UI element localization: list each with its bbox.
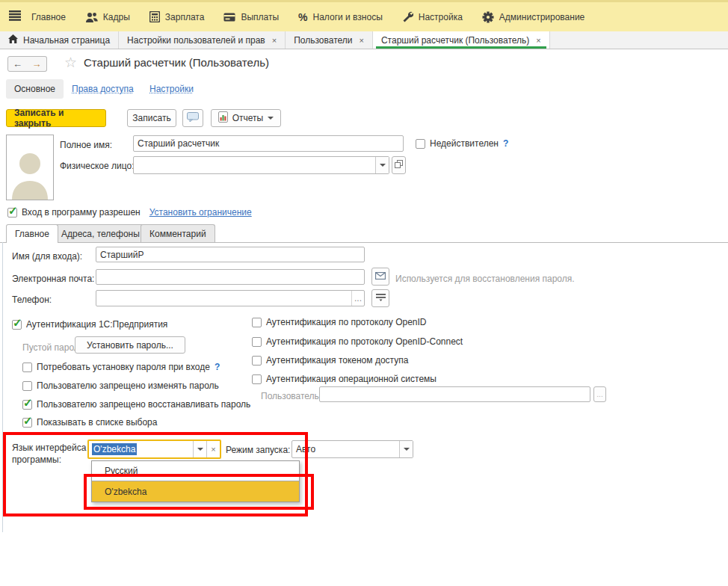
close-icon[interactable]: × <box>360 36 364 45</box>
tab-label: Начальная страница <box>23 35 110 46</box>
login-allowed-checkbox[interactable] <box>7 208 17 218</box>
email-input[interactable] <box>96 269 365 285</box>
language-dropdown-list: Русский O'zbekcha <box>91 460 300 502</box>
home-icon <box>8 34 18 46</box>
chevron-down-icon <box>380 164 386 170</box>
discussion-button[interactable] <box>182 109 203 127</box>
chevron-down-icon <box>197 448 203 454</box>
inner-tab-label: Комментарий <box>149 229 206 239</box>
language-label-line2: программы: <box>12 454 61 465</box>
open-person-button[interactable] <box>392 156 406 174</box>
full-name-input[interactable] <box>133 135 404 152</box>
option-uzbek[interactable]: O'zbekcha <box>92 481 299 502</box>
envelope-icon <box>375 271 386 282</box>
menu-item-label: Главное <box>31 12 66 22</box>
openid-label: Аутентификация по протоколу OpenID <box>266 317 427 327</box>
close-icon[interactable]: × <box>272 36 277 45</box>
forbid-recover-label: Пользователю запрещено восстанавливать п… <box>37 399 250 410</box>
forbid-recover-checkbox[interactable] <box>22 400 32 410</box>
save-button[interactable]: Записать <box>127 109 176 127</box>
person-label: Физическое лицо: <box>60 161 134 171</box>
clear-button[interactable]: × <box>206 441 220 457</box>
dropdown-button[interactable] <box>375 157 389 173</box>
help-icon[interactable]: ? <box>215 362 220 372</box>
selected-text: O'zbekcha <box>92 443 137 455</box>
run-mode-label: Режим запуска: <box>226 445 290 455</box>
tab-users[interactable]: Пользователи × <box>286 31 373 49</box>
run-mode-value: Авто <box>292 441 399 457</box>
login-name-input[interactable] <box>96 247 365 262</box>
require-password-row: Потребовать установку пароля при входе ? <box>22 362 220 372</box>
favorite-star-icon[interactable]: ☆ <box>64 54 77 71</box>
require-password-checkbox[interactable] <box>22 363 32 372</box>
phone-template-button[interactable] <box>371 289 389 307</box>
dropdown-button[interactable] <box>399 441 413 457</box>
email-hint: Используется для восстановления пароля. <box>395 274 575 284</box>
forbid-change-row: Пользователю запрещено изменять пароль <box>22 380 219 391</box>
back-arrow-icon[interactable]: ← <box>7 56 28 72</box>
reports-button[interactable]: Отчеты <box>211 109 281 127</box>
set-restriction-link[interactable]: Установить ограничение <box>149 207 252 218</box>
dropdown-button[interactable] <box>193 441 206 457</box>
menu-item-administrirovanie[interactable]: Администрирование <box>482 11 584 23</box>
tab-label: Старший расчетчик (Пользователь) <box>381 35 529 46</box>
login-allowed-row: Вход в программу разрешен Установить огр… <box>7 207 252 218</box>
auth-1c-label: Аутентификация 1С:Предприятия <box>26 319 167 330</box>
help-icon[interactable]: ? <box>503 138 508 149</box>
option-russian[interactable]: Русский <box>92 461 299 481</box>
inner-tab-label: Главное <box>15 229 49 239</box>
show-in-list-label: Показывать в списке выбора <box>37 417 157 428</box>
language-combo[interactable]: O'zbekcha × <box>87 440 221 459</box>
phone-label: Телефон: <box>12 294 52 305</box>
openid-connect-checkbox[interactable] <box>252 337 262 347</box>
report-icon <box>218 111 228 125</box>
percent-icon: % <box>298 11 307 23</box>
openid-row: Аутентификация по протоколу OpenID <box>252 317 427 327</box>
menu-item-nastroika[interactable]: Настройка <box>402 11 463 22</box>
forbid-change-label: Пользователю запрещено изменять пароль <box>37 380 219 391</box>
inner-tab-addresses[interactable]: Адреса, телефоны <box>52 224 149 242</box>
login-allowed-label: Вход в программу разрешен <box>22 207 141 218</box>
menu-item-zarplata[interactable]: Зарплата <box>149 11 205 22</box>
window-tab-bar: Начальная страница Настройки пользовател… <box>0 31 728 49</box>
inner-tab-comment[interactable]: Комментарий <box>141 224 215 242</box>
phone-field[interactable]: ... <box>96 290 365 306</box>
wrench-icon <box>402 11 413 22</box>
language-value[interactable]: O'zbekcha <box>89 441 193 457</box>
invalid-label: Недействителен <box>430 138 499 149</box>
tab-home[interactable]: Начальная страница <box>0 31 119 49</box>
nav-link-access-rights[interactable]: Права доступа <box>72 84 134 94</box>
menu-item-glavnoe[interactable]: Главное <box>31 12 66 22</box>
save-and-close-button[interactable]: Записать и закрыть <box>6 109 106 127</box>
run-mode-combo[interactable]: Авто <box>291 440 413 458</box>
tab-user-settings[interactable]: Настройки пользователей и прав × <box>119 31 286 49</box>
menu-item-nalogi[interactable]: % Налоги и взносы <box>298 11 383 23</box>
person-value[interactable] <box>134 157 375 173</box>
tab-senior-accountant[interactable]: Старший расчетчик (Пользователь) × <box>373 31 550 49</box>
os-user-select-button[interactable]: ... <box>593 386 606 402</box>
auth-1c-checkbox[interactable] <box>12 320 22 330</box>
set-password-button[interactable]: Установить пароль... <box>75 336 185 354</box>
token-auth-checkbox[interactable] <box>252 356 262 366</box>
comment-icon <box>187 112 199 124</box>
invalid-checkbox[interactable] <box>416 139 425 149</box>
nav-link-settings[interactable]: Настройки <box>149 84 194 94</box>
select-ellipsis-button[interactable]: ... <box>351 291 364 306</box>
os-user-input[interactable] <box>319 386 590 402</box>
close-icon[interactable]: × <box>536 36 540 45</box>
inner-tab-main[interactable]: Главное <box>6 224 58 243</box>
show-in-list-checkbox[interactable] <box>22 418 32 428</box>
hamburger-menu-icon[interactable] <box>9 10 21 23</box>
menu-item-vyplaty[interactable]: Выплаты <box>223 12 279 22</box>
os-auth-checkbox[interactable] <box>252 374 262 384</box>
calculator-icon <box>149 11 160 22</box>
forbid-change-checkbox[interactable] <box>22 381 32 391</box>
openid-checkbox[interactable] <box>252 318 262 327</box>
person-combo[interactable] <box>133 156 389 174</box>
phone-value[interactable] <box>96 291 351 306</box>
email-check-button[interactable] <box>371 268 389 286</box>
menu-item-kadry[interactable]: Кадры <box>85 12 130 22</box>
nav-link-main[interactable]: Основное <box>6 79 64 99</box>
forward-arrow-icon[interactable]: → <box>27 56 47 72</box>
require-password-label: Потребовать установку пароля при входе <box>37 362 210 372</box>
